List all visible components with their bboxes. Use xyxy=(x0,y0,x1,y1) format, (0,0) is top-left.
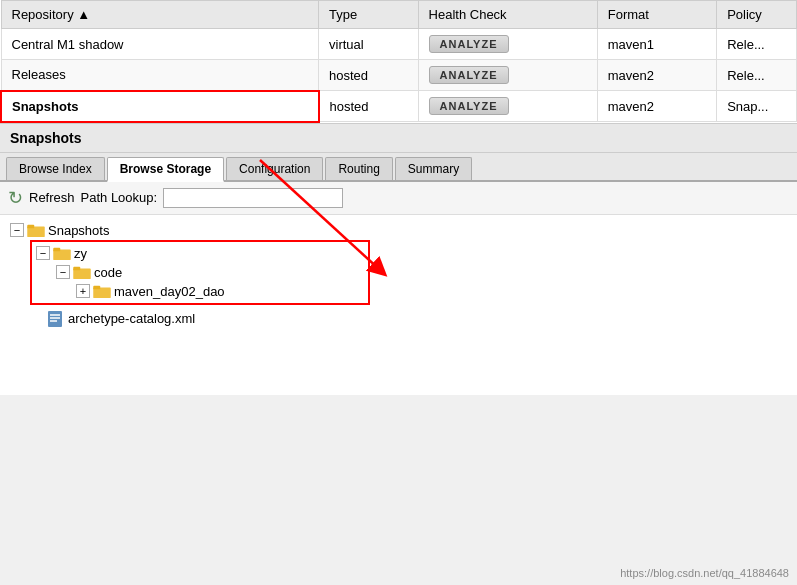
col-health-check: Health Check xyxy=(418,1,597,29)
toggle-code[interactable]: − xyxy=(56,265,70,279)
repo-name-snapshots: Snapshots xyxy=(1,91,319,122)
analyze-button[interactable]: ANALYZE xyxy=(429,66,509,84)
path-lookup-input[interactable] xyxy=(163,188,343,208)
tab-bar: Browse Index Browse Storage Configuratio… xyxy=(0,153,797,182)
tree-area: − Snapshots − xyxy=(0,215,797,395)
col-policy: Policy xyxy=(717,1,797,29)
repo-format: maven2 xyxy=(597,60,716,91)
repository-table: Repository ▲ Type Health Check Format Po… xyxy=(0,0,797,123)
col-format: Format xyxy=(597,1,716,29)
repo-format: maven1 xyxy=(597,29,716,60)
repo-policy: Rele... xyxy=(717,60,797,91)
tree-children-code: + maven_day02_dao xyxy=(76,282,364,301)
table-row[interactable]: Releases hosted ANALYZE maven2 Rele... xyxy=(1,60,797,91)
repo-health[interactable]: ANALYZE xyxy=(418,91,597,122)
repo-policy: Rele... xyxy=(717,29,797,60)
col-repository[interactable]: Repository ▲ xyxy=(1,1,319,29)
tab-routing[interactable]: Routing xyxy=(325,157,392,180)
tree-label-maven-dao: maven_day02_dao xyxy=(114,284,225,299)
toggle-snapshots-root[interactable]: − xyxy=(10,223,24,237)
tree-node-snapshots-root: − Snapshots xyxy=(10,221,787,240)
tree-node-zy: − zy xyxy=(36,244,364,263)
bottom-panel: Snapshots Browse Index Browse Storage Co… xyxy=(0,123,797,395)
toggle-zy[interactable]: − xyxy=(36,246,50,260)
svg-rect-6 xyxy=(73,267,80,271)
svg-rect-9 xyxy=(48,311,62,327)
repo-name: Central M1 shadow xyxy=(1,29,319,60)
table-row[interactable]: Central M1 shadow virtual ANALYZE maven1… xyxy=(1,29,797,60)
table-row-snapshots[interactable]: Snapshots hosted ANALYZE maven2 Snap... xyxy=(1,91,797,122)
highlight-box: − zy − xyxy=(30,240,370,305)
repo-health[interactable]: ANALYZE xyxy=(418,29,597,60)
folder-icon-maven-dao xyxy=(93,284,111,298)
tree-node-maven-dao: + maven_day02_dao xyxy=(76,282,364,301)
toolbar: ↻ Refresh Path Lookup: xyxy=(0,182,797,215)
col-type: Type xyxy=(319,1,419,29)
tab-configuration[interactable]: Configuration xyxy=(226,157,323,180)
analyze-button[interactable]: ANALYZE xyxy=(429,97,509,115)
tree-node-archetype: archetype-catalog.xml xyxy=(30,309,787,329)
analyze-button[interactable]: ANALYZE xyxy=(429,35,509,53)
toggle-maven-dao[interactable]: + xyxy=(76,284,90,298)
path-lookup-label: Path Lookup: xyxy=(81,190,158,205)
tree-label-code: code xyxy=(94,265,122,280)
tab-browse-index[interactable]: Browse Index xyxy=(6,157,105,180)
tree-label-zy: zy xyxy=(74,246,87,261)
tree-label-snapshots: Snapshots xyxy=(48,223,109,238)
svg-rect-2 xyxy=(27,225,34,229)
refresh-label[interactable]: Refresh xyxy=(29,190,75,205)
repo-type: hosted xyxy=(319,60,419,91)
refresh-icon[interactable]: ↻ xyxy=(8,187,23,209)
folder-icon-zy xyxy=(53,246,71,260)
svg-rect-8 xyxy=(93,286,100,290)
tree-label-archetype: archetype-catalog.xml xyxy=(68,311,195,326)
repo-format: maven2 xyxy=(597,91,716,122)
repo-policy: Snap... xyxy=(717,91,797,122)
tab-browse-storage[interactable]: Browse Storage xyxy=(107,157,224,182)
folder-icon-snapshots xyxy=(27,223,45,237)
repo-name: Releases xyxy=(1,60,319,91)
tab-summary[interactable]: Summary xyxy=(395,157,472,180)
repo-type: hosted xyxy=(319,91,419,122)
watermark: https://blog.csdn.net/qq_41884648 xyxy=(620,567,789,579)
tree-children-zy: − code + xyxy=(56,263,364,301)
repo-type: virtual xyxy=(319,29,419,60)
svg-rect-4 xyxy=(53,248,60,252)
tree-children-snapshots: − zy − xyxy=(30,240,787,329)
panel-title: Snapshots xyxy=(0,124,797,153)
tree-node-code: − code xyxy=(56,263,364,282)
folder-icon-code xyxy=(73,265,91,279)
file-icon-archetype xyxy=(47,311,65,327)
repo-health[interactable]: ANALYZE xyxy=(418,60,597,91)
